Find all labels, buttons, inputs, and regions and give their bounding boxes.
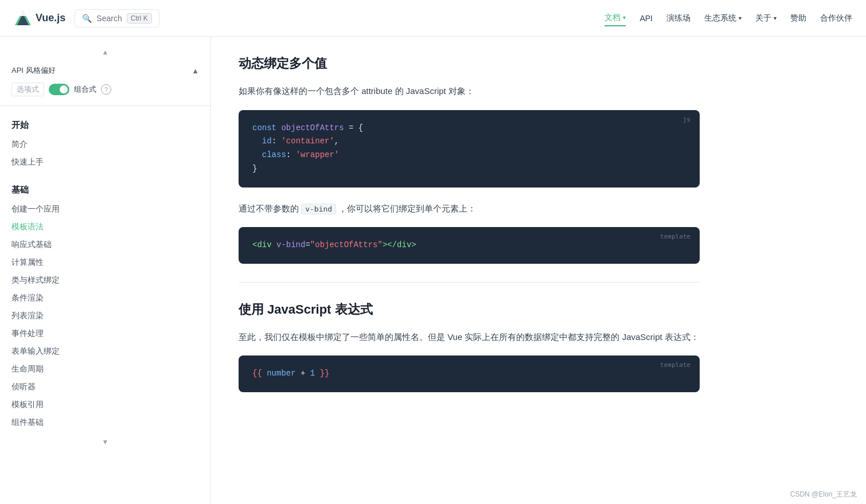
- main-container: ▲ API 风格偏好 ▲ 选项式 组合式 ? 开始 简介 快速上手: [0, 37, 866, 504]
- nav-item-playground[interactable]: 演练场: [666, 11, 691, 26]
- code-content-3: {{ number + 1 }}: [252, 367, 686, 381]
- sidebar-item-components[interactable]: 组件基础: [11, 413, 199, 431]
- chevron-down-icon-eco: ▾: [739, 15, 742, 21]
- scroll-up-arrow[interactable]: ▲: [0, 46, 210, 58]
- section1-middle: 通过不带参数的 v-bind ，你可以将它们绑定到单个元素上：: [239, 201, 700, 216]
- logo-text: Vue.js: [36, 12, 65, 24]
- nav-item-partners[interactable]: 合作伙伴: [820, 11, 852, 26]
- options-api-label[interactable]: 选项式: [11, 83, 44, 96]
- composition-api-label: 组合式: [74, 84, 96, 95]
- sidebar-item-template-refs[interactable]: 模板引用: [11, 396, 199, 413]
- sidebar-item-class-style[interactable]: 类与样式绑定: [11, 271, 199, 289]
- main-content: 动态绑定多个值 如果你有像这样的一个包含多个 attribute 的 JavaS…: [211, 37, 727, 504]
- header-left: Vue.js 🔍 Search Ctrl K: [14, 9, 159, 28]
- toggle-row: 选项式 组合式 ?: [11, 83, 199, 96]
- code-block-2: template <div v-bind="objectOfAttrs"></d…: [239, 227, 700, 264]
- section2-intro: 至此，我们仅在模板中绑定了一些简单的属性名。但是 Vue 实际上在所有的数据绑定…: [239, 330, 700, 345]
- section-title-basics: 基础: [11, 185, 199, 196]
- header: Vue.js 🔍 Search Ctrl K 文档 ▾ API 演练场 生态系统…: [0, 0, 866, 37]
- section1-title: 动态绑定多个值: [239, 55, 700, 72]
- code-lang-js: js: [683, 116, 691, 123]
- sidebar-item-template-syntax[interactable]: 模板语法: [11, 218, 199, 236]
- scroll-down-arrow[interactable]: ▼: [0, 436, 210, 448]
- vue-logo-icon: [14, 9, 32, 28]
- sidebar-item-reactivity[interactable]: 响应式基础: [11, 236, 199, 253]
- chevron-down-icon-about: ▾: [774, 15, 777, 21]
- sidebar-item-create-app[interactable]: 创建一个应用: [11, 200, 199, 218]
- search-icon: 🔍: [82, 14, 92, 23]
- sidebar-item-computed[interactable]: 计算属性: [11, 253, 199, 271]
- logo[interactable]: Vue.js: [14, 9, 65, 28]
- section2-title: 使用 JavaScript 表达式: [239, 301, 700, 318]
- sidebar-item-quickstart[interactable]: 快速上手: [11, 153, 199, 171]
- sidebar: ▲ API 风格偏好 ▲ 选项式 组合式 ? 开始 简介 快速上手: [0, 37, 211, 504]
- collapse-button[interactable]: ▲: [192, 67, 199, 75]
- nav-item-ecosystem[interactable]: 生态系统 ▾: [704, 11, 742, 26]
- code-block-1: js const objectOfAttrs = { id: 'containe…: [239, 110, 700, 187]
- sidebar-item-intro[interactable]: 简介: [11, 135, 199, 153]
- sidebar-section-start: 开始 简介 快速上手: [0, 111, 210, 175]
- sidebar-item-events[interactable]: 事件处理: [11, 325, 199, 342]
- sidebar-item-form[interactable]: 表单输入绑定: [11, 342, 199, 360]
- sidebar-item-list[interactable]: 列表渲染: [11, 307, 199, 325]
- nav-item-api[interactable]: API: [639, 11, 653, 25]
- search-kbd: Ctrl K: [127, 13, 152, 24]
- api-style-section: API 风格偏好 ▲ 选项式 组合式 ?: [0, 58, 210, 106]
- nav-item-about[interactable]: 关于 ▾: [755, 11, 777, 26]
- sidebar-section-basics: 基础 创建一个应用 模板语法 响应式基础 计算属性 类与样式绑定 条件渲染 列表…: [0, 175, 210, 436]
- api-style-header: API 风格偏好 ▲: [11, 65, 199, 76]
- help-icon[interactable]: ?: [101, 84, 111, 95]
- code-lang-template: template: [660, 233, 691, 240]
- api-style-title: API 风格偏好: [11, 65, 56, 76]
- search-bar[interactable]: 🔍 Search Ctrl K: [75, 9, 159, 28]
- sidebar-item-conditional[interactable]: 条件渲染: [11, 289, 199, 307]
- nav-item-docs[interactable]: 文档 ▾: [604, 10, 626, 26]
- section-divider: [239, 282, 700, 283]
- code-lang-template-3: template: [660, 361, 691, 369]
- search-label: Search: [96, 14, 122, 23]
- watermark: CSDN @Elon_王艺龙: [790, 490, 857, 499]
- sidebar-item-watchers[interactable]: 侦听器: [11, 378, 199, 396]
- sidebar-item-lifecycle[interactable]: 生命周期: [11, 360, 199, 378]
- section1-intro: 如果你有像这样的一个包含多个 attribute 的 JavaScript 对象…: [239, 84, 700, 99]
- nav-right: 文档 ▾ API 演练场 生态系统 ▾ 关于 ▾ 赞助 合作伙伴: [604, 10, 852, 26]
- code-block-3: template {{ number + 1 }}: [239, 355, 700, 392]
- code-content-2: <div v-bind="objectOfAttrs"></div>: [252, 239, 686, 252]
- api-style-toggle[interactable]: [49, 84, 69, 95]
- nav-item-sponsor[interactable]: 赞助: [790, 11, 806, 26]
- inline-code-vbind: v-bind: [301, 204, 336, 214]
- section-title-start: 开始: [11, 120, 199, 131]
- svg-marker-2: [19, 10, 26, 16]
- chevron-down-icon: ▾: [623, 14, 626, 21]
- code-content-1: const objectOfAttrs = { id: 'container',…: [252, 122, 686, 176]
